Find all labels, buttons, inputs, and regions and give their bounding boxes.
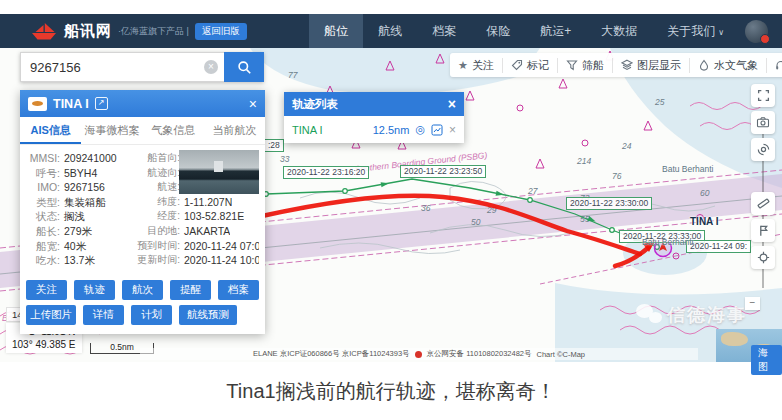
ship-map-label: TINA I	[690, 216, 719, 227]
field-label: 经度:	[134, 209, 180, 224]
upload-photo-button[interactable]: 上传图片	[26, 305, 76, 325]
ship-info-tabs: AIS信息 海事微档案 气象信息 当前航次	[20, 117, 265, 145]
track-timestamp-label: 2020-11-24 09:	[686, 240, 751, 253]
toolbar-filter-ships[interactable]: 筛船	[557, 58, 612, 73]
ruler-icon	[757, 197, 770, 210]
speed-chart-icon[interactable]	[431, 124, 443, 136]
field-label: 呼号:	[26, 166, 60, 181]
nav-item-archives[interactable]: 档案	[417, 14, 471, 48]
tab-weather-info[interactable]: 气象信息	[143, 117, 204, 144]
caption-bar: Tina1搁浅前的航行轨迹，堪称离奇！	[0, 362, 782, 420]
flag-marker-button[interactable]	[751, 219, 775, 242]
external-link-icon[interactable]: ↗	[95, 97, 108, 110]
archive-button[interactable]: 档案	[218, 280, 259, 300]
nav-item-shipping-plus[interactable]: 航运+	[525, 14, 586, 48]
field-label: 更新时间:	[134, 253, 180, 268]
main-nav: 船位 航线 档案 保险 航运+ 大数据 关于我们∨	[309, 14, 739, 48]
wechat-icon	[636, 304, 663, 326]
measure-distance-button[interactable]	[751, 192, 775, 215]
toolbar-follow[interactable]: ★关注	[450, 58, 502, 73]
filter-icon	[566, 59, 578, 71]
clear-search-icon[interactable]: ×	[204, 60, 218, 74]
close-icon[interactable]: ×	[249, 97, 257, 111]
field-value: 13.7米	[60, 253, 134, 268]
svg-text:50: 50	[471, 217, 481, 227]
caption-text: Tina1搁浅前的航行轨迹，堪称离奇！	[226, 378, 555, 405]
field-value: 5BYH4	[60, 166, 134, 181]
field-label: 航速:	[134, 180, 180, 195]
svg-text:33: 33	[280, 154, 290, 164]
minimap-collapse-button[interactable]: −	[745, 297, 760, 310]
field-label: 吃水:	[26, 253, 60, 268]
tab-current-voyage[interactable]: 当前航次	[204, 117, 265, 144]
details-button[interactable]: 详情	[83, 305, 124, 325]
screenshot-button[interactable]	[751, 111, 775, 134]
top-navigation-bar: 船讯网 ·亿海蓝旗下产品 | 返回旧版 船位 航线 档案 保险 航运+ 大数据 …	[0, 14, 782, 48]
toolbar-hydro-weather[interactable]: 水文气象	[689, 58, 766, 73]
field-value: 集装箱船	[60, 195, 134, 210]
ship-info-panel: TINA I ↗ × AIS信息 海事微档案 气象信息 当前航次 MMSI:20…	[20, 90, 265, 334]
svg-text:36: 36	[421, 203, 431, 213]
delete-track-icon[interactable]: ×	[449, 124, 456, 136]
close-icon[interactable]: ×	[448, 97, 456, 111]
follow-button[interactable]: 关注	[26, 280, 67, 300]
user-avatar[interactable]	[745, 20, 768, 43]
track-ship-name[interactable]: TINA I	[292, 124, 367, 136]
track-button[interactable]: 轨迹	[74, 280, 115, 300]
fullscreen-icon	[757, 89, 770, 102]
remind-button[interactable]: 提醒	[170, 280, 211, 300]
tab-ais-info[interactable]: AIS信息	[20, 117, 81, 144]
tag-icon	[511, 59, 523, 71]
shipxy-logo-icon	[30, 22, 58, 41]
field-label: 船首向:	[134, 151, 180, 166]
locate-icon[interactable]: ◎	[415, 124, 425, 135]
route-forecast-button[interactable]: 航线预测	[179, 305, 237, 325]
brand[interactable]: 船讯网 ·亿海蓝旗下产品 | 返回旧版	[30, 22, 247, 41]
fullscreen-button[interactable]	[751, 84, 775, 107]
nav-item-routes[interactable]: 航线	[363, 14, 417, 48]
place-label-batu-berhanti: Batu Berhanti	[642, 237, 694, 247]
svg-text:60: 60	[700, 188, 710, 198]
longitude-value: 103° 49.385 E	[12, 338, 76, 351]
ship-photo[interactable]	[179, 150, 259, 194]
search-input[interactable]	[20, 52, 224, 82]
brand-suffix: ·亿海蓝旗下产品 |	[118, 25, 189, 38]
chevron-down-icon: ∨	[718, 28, 724, 37]
typhoon-button[interactable]	[751, 138, 775, 161]
nav-item-about-us[interactable]: 关于我们∨	[652, 14, 739, 48]
nav-item-ship-position[interactable]: 船位	[309, 14, 363, 48]
svg-text:77: 77	[288, 70, 298, 80]
toolbar-layers[interactable]: 图层显示	[612, 58, 689, 73]
flag-icon	[28, 97, 47, 111]
ship-name-title: TINA I	[53, 97, 89, 111]
field-value: 40米	[60, 239, 134, 254]
nav-item-insurance[interactable]: 保险	[471, 14, 525, 48]
public-security-text: 京公网安备 11010802032482号	[427, 349, 532, 359]
field-label: IMO:	[26, 180, 60, 195]
nav-item-big-data[interactable]: 大数据	[586, 14, 652, 48]
toolbar-mark[interactable]: 标记	[502, 58, 557, 73]
svg-text:76: 76	[612, 171, 622, 181]
locate-position-button[interactable]	[751, 246, 775, 269]
svg-text:24: 24	[621, 141, 632, 151]
chart-mode-button[interactable]: 海图	[751, 345, 782, 375]
toolbar-service-desk[interactable]: 服务台	[766, 58, 782, 73]
tab-maritime-archive[interactable]: 海事微档案	[81, 117, 142, 144]
camera-icon	[756, 116, 770, 129]
map-attribution-bar: ELANE 京ICP证060866号 京ICP备11024393号 京公网安备 …	[140, 348, 698, 360]
voyage-button[interactable]: 航次	[122, 280, 163, 300]
cyclone-icon	[757, 143, 770, 156]
svg-text:214: 214	[576, 156, 591, 166]
plan-button[interactable]: 计划	[131, 305, 172, 325]
back-to-old-version-button[interactable]: 返回旧版	[195, 23, 247, 40]
search-button[interactable]	[224, 52, 264, 82]
track-list-title: 轨迹列表	[292, 97, 338, 112]
field-value: 103-52.821E	[180, 209, 244, 224]
map-measure-buttons	[751, 192, 775, 273]
crosshair-icon	[757, 251, 770, 264]
field-value: 2020-11-24 07:00:00	[180, 239, 259, 254]
screenshot-root: 船讯网 ·亿海蓝旗下产品 | 返回旧版 船位 航线 档案 保险 航运+ 大数据 …	[0, 0, 782, 420]
field-label: 类型:	[26, 195, 60, 210]
track-timestamp-label: 2020-11-22 23:30:00	[566, 197, 652, 210]
track-timestamp-label: 2020-11-22 23:16:20	[283, 166, 369, 179]
